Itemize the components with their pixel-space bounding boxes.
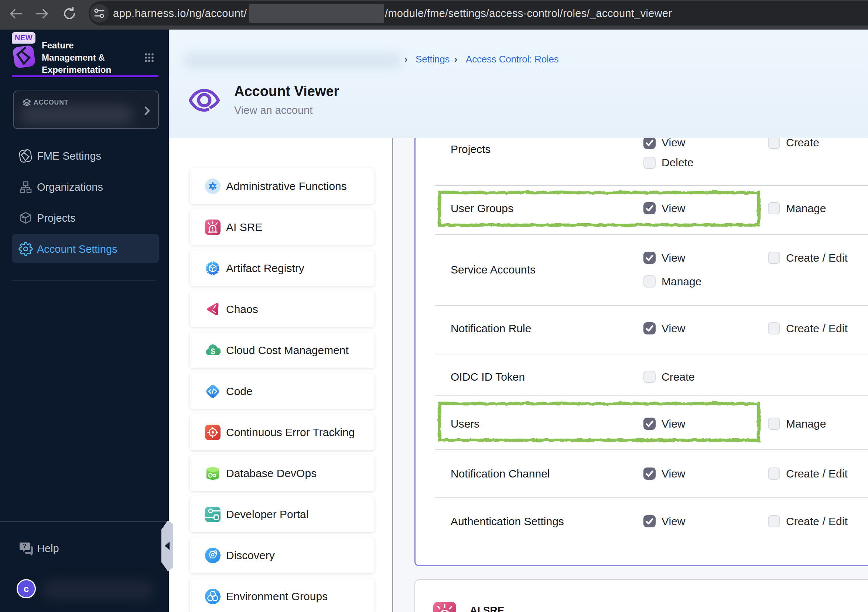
- svg-text:$: $: [211, 346, 215, 356]
- svg-text:?: ?: [23, 543, 26, 549]
